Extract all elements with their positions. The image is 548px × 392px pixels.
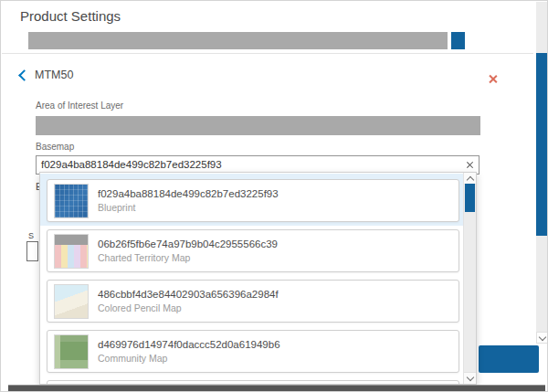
back-button-label: MTM50 (35, 69, 73, 81)
basemap-option-id: 06b26f5fb6e74a97b9b04c2955566c39 (98, 238, 278, 249)
header-accent-square (451, 32, 465, 49)
basemap-option-id: f029a4ba88184de499c82b7ed3225f93 (98, 188, 279, 199)
chevron-left-icon (18, 69, 30, 81)
chevron-down-icon[interactable] (464, 372, 476, 384)
close-icon[interactable] (488, 74, 498, 84)
basemap-dropdown: f029a4ba88184de499c82b7ed3225f93 Bluepri… (39, 172, 477, 385)
basemap-option[interactable]: 06b26f5fb6e74a97b9b04c2955566c39 Charted… (47, 229, 459, 272)
basemap-field-label: Basemap (36, 142, 74, 152)
aoi-field-label: Area of Interest Layer (36, 101, 123, 111)
header-redacted-bar (28, 32, 448, 49)
dropdown-scrollbar-thumb[interactable] (465, 184, 475, 212)
aoi-field-redacted-value[interactable] (36, 116, 480, 135)
primary-button[interactable] (479, 345, 539, 373)
page-scrollbar-thumb[interactable] (536, 53, 548, 236)
back-button[interactable]: MTM50 (20, 68, 73, 82)
page-title: Product Settings (20, 8, 121, 24)
basemap-option-name: Charted Territory Map (98, 252, 278, 263)
obscured-checkbox[interactable] (26, 241, 38, 261)
clear-input-icon[interactable] (466, 161, 474, 169)
chevron-down-icon[interactable] (536, 332, 548, 344)
dropdown-scrollbar-track[interactable] (463, 173, 476, 384)
basemap-option[interactable]: 486cbbf4d3e84402903a656396a2984f Colored… (47, 280, 459, 323)
basemap-thumbnail (54, 234, 89, 269)
product-settings-dialog: Product Settings MTM50 Area of Interest … (0, 0, 548, 392)
basemap-option[interactable]: d469976d14974f0daccc52d0a61949b6 Communi… (47, 330, 459, 373)
header-divider (2, 53, 533, 54)
basemap-option-name: Colored Pencil Map (98, 302, 279, 313)
basemap-option-id: 486cbbf4d3e84402903a656396a2984f (98, 289, 279, 300)
obscured-field-fragment: S (28, 231, 34, 240)
basemap-thumbnail (54, 334, 89, 369)
basemap-option-id: d469976d14974f0daccc52d0a61949b6 (98, 339, 280, 350)
basemap-input-value: f029a4ba88184de499c82b7ed3225f93 (41, 159, 222, 170)
basemap-option-name: Community Map (98, 353, 280, 364)
basemap-thumbnail (54, 284, 89, 319)
basemap-option-name: Blueprint (98, 202, 279, 213)
basemap-option[interactable]: f029a4ba88184de499c82b7ed3225f93 Bluepri… (47, 179, 459, 222)
basemap-thumbnail (54, 184, 89, 218)
window-bottom-edge (8, 385, 545, 392)
